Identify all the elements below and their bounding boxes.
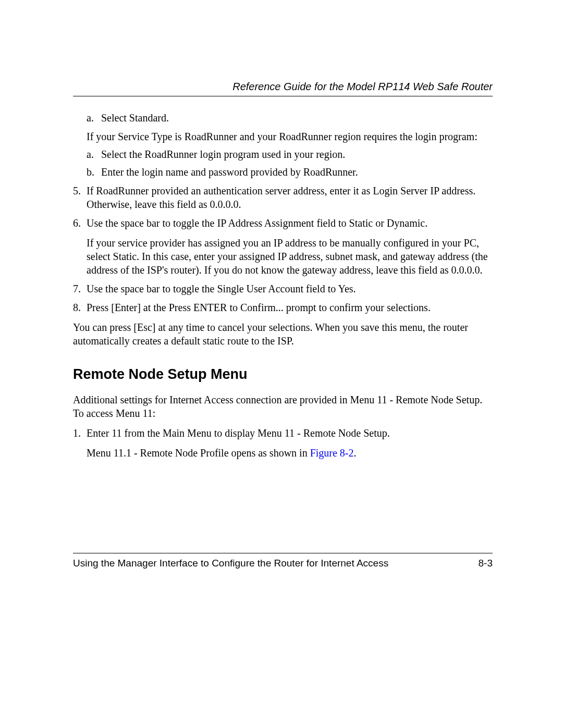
- page-number: 8-3: [479, 558, 493, 569]
- footer-row: Using the Manager Interface to Configure…: [73, 558, 493, 569]
- list-item-6: 6. Use the space bar to toggle the IP Ad…: [73, 216, 493, 277]
- content-area: a. Select Standard. If your Service Type…: [73, 111, 493, 460]
- section-heading: Remote Node Setup Menu: [73, 365, 493, 384]
- list-text: Enter the login name and password provid…: [101, 165, 493, 179]
- list-number: 7.: [73, 282, 87, 295]
- list-text: Select Standard.: [101, 111, 493, 125]
- sublist-2: a. Select the RoadRunner login program u…: [73, 147, 493, 179]
- list-body: If RoadRunner provided an authentication…: [87, 184, 493, 211]
- conditional-text: If your Service Type is RoadRunner and y…: [73, 130, 493, 143]
- list-paragraph: If your service provider has assigned yo…: [87, 236, 493, 277]
- figure-link[interactable]: Figure 8-2: [310, 447, 354, 459]
- sublist-item: a. Select the RoadRunner login program u…: [73, 147, 493, 161]
- list-body: Press [Enter] at the Press ENTER to Conf…: [87, 301, 493, 314]
- list-text: Select the RoadRunner login program used…: [101, 147, 493, 161]
- para-pre: Menu 11.1 - Remote Node Profile opens as…: [87, 447, 310, 459]
- numbered-list: 5. If RoadRunner provided an authenticat…: [73, 184, 493, 314]
- list-item-8: 8. Press [Enter] at the Press ENTER to C…: [73, 301, 493, 314]
- list-number: 1.: [73, 426, 87, 460]
- para-post: .: [354, 447, 357, 459]
- list-number: 5.: [73, 184, 87, 211]
- sublist-1: a. Select Standard.: [73, 111, 493, 125]
- list-number: 6.: [73, 216, 87, 277]
- list-paragraph: Menu 11.1 - Remote Node Profile opens as…: [87, 446, 493, 460]
- footer-left: Using the Manager Interface to Configure…: [73, 558, 388, 569]
- header-rule: [73, 96, 493, 96]
- sublist-item: b. Enter the login name and password pro…: [73, 165, 493, 179]
- list-marker: b.: [87, 165, 101, 179]
- list-marker: a.: [87, 111, 101, 125]
- list-item-7: 7. Use the space bar to toggle the Singl…: [73, 282, 493, 295]
- page-footer: Using the Manager Interface to Configure…: [73, 553, 493, 569]
- sublist-item: a. Select Standard.: [73, 111, 493, 125]
- list-item-1: 1. Enter 11 from the Main Menu to displa…: [73, 426, 493, 460]
- list-body: Use the space bar to toggle the IP Addre…: [87, 216, 493, 277]
- list-body: Use the space bar to toggle the Single U…: [87, 282, 493, 295]
- section-intro: Additional settings for Internet Access …: [73, 393, 493, 420]
- list-text: Use the space bar to toggle the IP Addre…: [87, 216, 493, 230]
- footer-rule: [73, 553, 493, 553]
- list-marker: a.: [87, 147, 101, 161]
- running-header: Reference Guide for the Model RP114 Web …: [73, 81, 493, 93]
- page: Reference Guide for the Model RP114 Web …: [0, 0, 563, 728]
- list-text: Enter 11 from the Main Menu to display M…: [87, 426, 493, 440]
- list-body: Enter 11 from the Main Menu to display M…: [87, 426, 493, 460]
- list-item-5: 5. If RoadRunner provided an authenticat…: [73, 184, 493, 211]
- list-number: 8.: [73, 301, 87, 314]
- closing-paragraph: You can press [Esc] at any time to cance…: [73, 320, 493, 348]
- section-numbered-list: 1. Enter 11 from the Main Menu to displa…: [73, 426, 493, 460]
